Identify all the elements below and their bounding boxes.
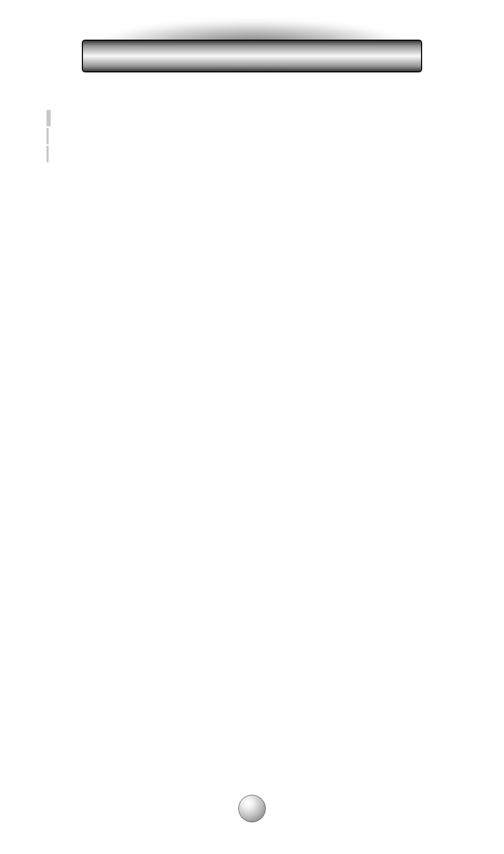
step-1 [46,109,458,127]
lcd-illustrations [46,179,458,188]
section-title-bar [82,40,422,72]
step-2 [46,127,458,145]
highlight-ent [49,110,51,126]
page [0,0,504,854]
body-text [46,109,458,163]
page-number-badge [238,795,266,822]
highlight-fav [46,128,49,144]
highlight-lcd [46,146,49,162]
step-4 [46,145,458,163]
